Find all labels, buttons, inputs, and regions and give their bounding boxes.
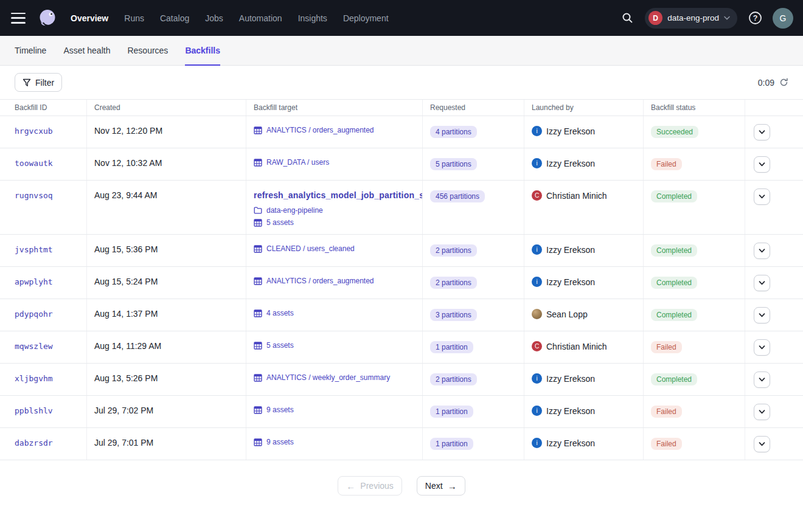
pipeline-link[interactable]: data-eng-pipeline <box>266 206 323 215</box>
launched-by-cell: CChristian Minich <box>524 181 644 234</box>
next-page-button[interactable]: Next → <box>417 476 465 496</box>
asset-target-link[interactable]: 9 assets <box>266 438 294 446</box>
created-cell: Nov 12, 10:32 AM <box>87 148 246 180</box>
backfill-id-cell: mqwszlew <box>0 331 87 363</box>
launcher-avatar: i <box>532 373 542 384</box>
launcher-name: Christian Minich <box>546 342 607 351</box>
help-icon[interactable]: ? <box>745 8 765 29</box>
row-actions-button[interactable] <box>754 188 770 205</box>
nav-item-catalog[interactable]: Catalog <box>160 13 189 23</box>
actions-cell <box>745 116 803 148</box>
row-actions-button[interactable] <box>754 275 770 291</box>
chevron-down-icon <box>759 249 765 253</box>
asset-target-link[interactable]: ANALYTICS / orders_augmented <box>266 126 374 134</box>
nav-item-deployment[interactable]: Deployment <box>343 13 389 23</box>
backfill-id-link[interactable]: mqwszlew <box>15 342 53 351</box>
nav-item-runs[interactable]: Runs <box>124 13 144 23</box>
row-actions-button[interactable] <box>754 339 770 356</box>
row-actions-button[interactable] <box>754 156 770 173</box>
created-timestamp: Aug 15, 5:36 PM <box>94 244 158 254</box>
asset-target-line: RAW_DATA / users <box>254 158 415 167</box>
backfill-id-link[interactable]: hrgvcxub <box>15 126 53 136</box>
dagster-logo[interactable] <box>35 6 60 30</box>
backfill-target-cell: 9 assets <box>246 396 423 427</box>
asset-grid-icon <box>254 309 262 317</box>
backfill-id-link[interactable]: toowautk <box>15 159 53 168</box>
asset-grid-icon <box>254 245 262 253</box>
backfill-id-link[interactable]: pdypqohr <box>15 309 53 319</box>
launcher: iIzzy Erekson <box>532 438 636 448</box>
backfill-id-link[interactable]: jvsphtmt <box>15 245 53 254</box>
filter-button[interactable]: Filter <box>15 73 62 92</box>
created-timestamp: Nov 12, 10:32 AM <box>94 158 162 168</box>
nav-item-jobs[interactable]: Jobs <box>205 13 223 23</box>
partitions-badge: 2 partitions <box>430 373 477 385</box>
row-actions-button[interactable] <box>754 371 770 388</box>
created-timestamp: Jul 29, 7:01 PM <box>94 438 153 447</box>
asset-target-link[interactable]: ANALYTICS / orders_augmented <box>266 277 374 285</box>
backfill-id-link[interactable]: apwplyht <box>15 277 53 286</box>
launched-by-cell: CChristian Minich <box>524 331 644 363</box>
nav-item-overview[interactable]: Overview <box>71 13 108 23</box>
launcher: iIzzy Erekson <box>532 406 636 416</box>
launcher-name: Izzy Erekson <box>546 126 595 136</box>
backfills-table: Backfill IDCreatedBackfill targetRequest… <box>0 99 803 460</box>
backfill-id-cell: rugnvsoq <box>0 181 87 234</box>
asset-target-line: ANALYTICS / orders_augmented <box>254 277 415 285</box>
launcher: CChristian Minich <box>532 190 636 201</box>
nav-item-automation[interactable]: Automation <box>239 13 282 23</box>
table-header-row: Backfill IDCreatedBackfill targetRequest… <box>0 99 803 116</box>
job-partition-set-link[interactable]: refresh_analytics_model_job_partition_se… <box>254 190 423 200</box>
backfill-id-link[interactable]: xljbgvhm <box>15 374 53 383</box>
created-cell: Nov 12, 12:20 PM <box>87 116 246 148</box>
search-icon[interactable] <box>617 8 638 29</box>
launcher-name: Izzy Erekson <box>546 438 595 448</box>
nav-item-insights[interactable]: Insights <box>298 13 327 23</box>
asset-target-link[interactable]: 5 assets <box>266 341 294 350</box>
row-actions-button[interactable] <box>754 124 770 140</box>
asset-target-link[interactable]: ANALYTICS / weekly_order_summary <box>266 373 390 382</box>
deployment-switcher[interactable]: D data-eng-prod <box>645 8 737 29</box>
row-actions-button[interactable] <box>754 404 770 420</box>
asset-target-line: 9 assets <box>254 438 415 446</box>
column-header-backfill-id: Backfill ID <box>0 100 87 116</box>
partitions-badge: 456 partitions <box>430 190 485 202</box>
actions-cell <box>745 428 803 460</box>
backfill-status-badge: Failed <box>651 158 682 170</box>
pagination: ← Previous Next → <box>0 476 803 496</box>
next-label: Next <box>425 481 443 491</box>
launcher-name: Izzy Erekson <box>546 374 595 384</box>
tab-timeline[interactable]: Timeline <box>15 36 46 65</box>
asset-grid-icon <box>254 219 262 227</box>
tab-resources[interactable]: Resources <box>127 36 168 65</box>
tab-backfills[interactable]: Backfills <box>185 36 220 65</box>
tab-asset-health[interactable]: Asset health <box>63 36 110 65</box>
row-actions-button[interactable] <box>754 436 770 452</box>
previous-page-button[interactable]: ← Previous <box>338 476 401 496</box>
backfill-id-link[interactable]: ppblshlv <box>15 406 53 415</box>
asset-grid-icon <box>254 342 262 350</box>
asset-target-line: 5 assets <box>254 341 415 350</box>
user-avatar[interactable]: G <box>773 8 793 29</box>
asset-target-link[interactable]: 9 assets <box>266 406 294 414</box>
row-actions-button[interactable] <box>754 243 770 259</box>
partitions-badge: 5 partitions <box>430 158 477 170</box>
asset-target-link[interactable]: CLEANED / users_cleaned <box>266 244 355 253</box>
menu-icon[interactable] <box>11 13 26 24</box>
job-target-details: data-eng-pipeline5 assets <box>254 206 415 227</box>
asset-target-link[interactable]: RAW_DATA / users <box>266 158 329 167</box>
chevron-down-icon <box>759 345 765 350</box>
requested-cell: 1 partition <box>423 331 524 363</box>
asset-grid-icon <box>254 277 262 285</box>
table-row: apwplyhtAug 15, 5:24 PMANALYTICS / order… <box>0 267 803 299</box>
row-actions-button[interactable] <box>754 307 770 323</box>
asset-target-link[interactable]: 4 assets <box>266 309 294 317</box>
backfill-target-cell: CLEANED / users_cleaned <box>246 235 423 266</box>
backfill-id-link[interactable]: dabzrsdr <box>15 438 53 447</box>
backfill-target-cell: 9 assets <box>246 428 423 460</box>
refresh-icon[interactable] <box>779 78 788 87</box>
assets-link[interactable]: 5 assets <box>266 218 294 227</box>
created-cell: Jul 29, 7:01 PM <box>87 428 246 460</box>
backfill-id-link[interactable]: rugnvsoq <box>15 191 53 200</box>
status-cell: Failed <box>644 331 745 363</box>
